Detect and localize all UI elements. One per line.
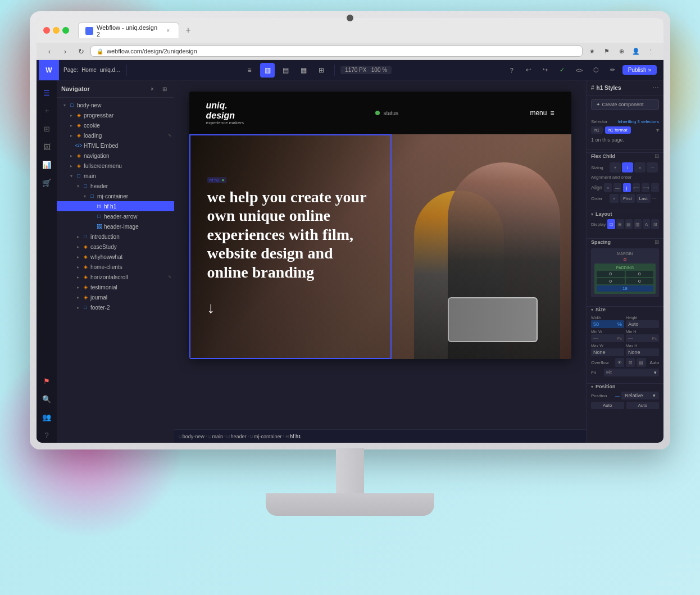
min-w-value[interactable]: — Px	[591, 334, 624, 342]
help-icon[interactable]: ?	[504, 63, 519, 78]
tree-item-loading[interactable]: ▸ ◈ loading ✎	[57, 130, 174, 140]
tool-assets[interactable]: ⊞	[314, 63, 329, 78]
display-btn-more[interactable]: ⊡	[651, 219, 659, 229]
sizing-btn-grow[interactable]: +	[610, 162, 621, 172]
position-collapse-icon[interactable]: ▾	[591, 384, 593, 389]
sidebar-icon-cms[interactable]: 📊	[39, 157, 54, 172]
sidebar-icon-help[interactable]: ?	[39, 427, 54, 443]
breadcrumb-h1[interactable]: hf h1	[290, 434, 301, 439]
browser-tab-active[interactable]: Webflow - uniq.design 2 ×	[78, 22, 179, 38]
profile-icon[interactable]: 👤	[630, 45, 642, 57]
tree-item-horizontalscroll[interactable]: ▸ ◈ horizontalscroll ✎	[57, 272, 174, 282]
minimize-button[interactable]	[53, 27, 60, 34]
tree-item-cookie[interactable]: ▸ ◈ cookie	[57, 120, 174, 130]
tree-toggle[interactable]: ▸	[75, 243, 81, 250]
tree-toggle[interactable]: ▸	[68, 112, 75, 119]
tree-item-introduction[interactable]: ▸ □ introduction	[57, 231, 174, 242]
order-last-btn[interactable]: Last	[637, 194, 651, 203]
overflow-visible-btn[interactable]: 👁	[615, 358, 624, 367]
tree-item-progressbar[interactable]: ▸ ◈ progressbar	[57, 110, 174, 120]
flex-child-collapse-icon[interactable]: ⊟	[654, 153, 659, 159]
tree-toggle[interactable]: ▸	[75, 274, 81, 280]
tool-elements[interactable]: ▥	[260, 63, 275, 78]
tree-toggle[interactable]: ▾	[75, 183, 81, 189]
webflow-logo[interactable]: W	[39, 60, 59, 80]
address-bar[interactable]: 🔒 webflow.com/design/2uniqdesign	[90, 46, 583, 57]
min-h-value[interactable]: — Px	[626, 334, 659, 342]
flag-icon[interactable]: ⚑	[601, 45, 613, 57]
refresh-button[interactable]: ↻	[75, 45, 87, 57]
tree-toggle[interactable]: ▾	[61, 102, 68, 108]
new-tab-button[interactable]: +	[181, 24, 195, 37]
layout-collapse-icon[interactable]: ▾	[591, 212, 593, 217]
close-button[interactable]	[43, 27, 50, 34]
tree-item-casestudy[interactable]: ▸ ◈ caseStudy	[57, 242, 174, 252]
max-h-value[interactable]: None	[626, 348, 659, 356]
sidebar-icon-users[interactable]: 👥	[39, 409, 54, 425]
display-btn-none[interactable]: A	[643, 219, 651, 229]
page-name[interactable]: Home	[81, 67, 97, 73]
display-btn-inline[interactable]: ▥	[634, 219, 642, 229]
max-w-value[interactable]: None	[591, 348, 624, 356]
extensions-icon[interactable]: ⊕	[615, 45, 628, 57]
tool-add[interactable]: ▤	[278, 63, 293, 78]
tree-toggle[interactable]: ▸	[75, 233, 81, 240]
tree-item-navigation[interactable]: ▸ ◈ navigation	[57, 151, 174, 161]
tree-item-testimonial[interactable]: ▸ ◈ testimonial	[57, 282, 174, 292]
fit-value[interactable]: Fit ▾	[604, 369, 659, 376]
spacing-expand-icon[interactable]: ⊞	[654, 239, 659, 245]
code-icon[interactable]: <>	[572, 63, 587, 78]
tree-item-mj-container[interactable]: ▾ □ mj-container	[57, 191, 174, 201]
display-btn-grid[interactable]: ▤	[625, 219, 633, 229]
tree-item-html-embed[interactable]: ▸ </> HTML Embed	[57, 140, 174, 151]
tree-item-journal[interactable]: ▸ ◈ journal	[57, 292, 174, 302]
styles-more-icon[interactable]: ⋯	[652, 84, 659, 92]
styles-tab-name[interactable]: h1 Styles	[597, 85, 621, 91]
position-value[interactable]: Relative ▾	[621, 392, 659, 399]
tab-close-icon[interactable]: ×	[164, 27, 172, 35]
align-btn-stretch[interactable]: ⟶	[642, 183, 649, 192]
tree-item-whyhowwhat[interactable]: ▸ ◈ whyhowwhat	[57, 252, 174, 262]
height-value[interactable]: Auto	[626, 320, 659, 328]
padding-val-top[interactable]: 0	[597, 271, 625, 277]
align-btn-center[interactable]: |	[623, 183, 631, 192]
padding-val-left[interactable]: 0	[626, 278, 654, 284]
order-more-icon[interactable]: ···	[652, 196, 657, 202]
back-button[interactable]: ‹	[43, 45, 56, 57]
selector-tag-h1format[interactable]: h1 format	[605, 126, 631, 134]
undo-icon[interactable]: ↩	[521, 63, 536, 78]
padding-val-right[interactable]: 0	[626, 271, 654, 277]
tree-toggle[interactable]: ▸	[68, 122, 75, 129]
tree-item-hf-h1[interactable]: ▸ H hf h1	[57, 201, 174, 211]
tree-item-footer-2[interactable]: ▸ □ footer-2	[57, 302, 174, 312]
tree-toggle[interactable]: ▸	[68, 152, 75, 159]
tree-toggle[interactable]: ▸	[68, 162, 75, 169]
size-collapse-icon[interactable]: ▾	[591, 307, 593, 312]
padding-val-highlight[interactable]: 18	[597, 285, 653, 292]
forward-button[interactable]: ›	[59, 45, 71, 57]
edit-icon[interactable]: ✏	[606, 63, 620, 78]
sizing-btn-shrink[interactable]: ↕	[622, 162, 633, 172]
create-component-button[interactable]: ✦ Create component	[591, 99, 659, 110]
order-close-btn[interactable]: ×	[610, 194, 619, 203]
check-icon[interactable]: ✓	[555, 63, 570, 78]
sidebar-icon-components[interactable]: ⊞	[39, 121, 54, 137]
selector-dropdown-icon[interactable]: ▾	[656, 127, 659, 133]
position-auto-right[interactable]: Auto	[626, 402, 660, 409]
display-btn-flex[interactable]: ⊞	[616, 219, 624, 229]
sidebar-icon-add[interactable]: ＋	[39, 103, 54, 119]
tree-toggle[interactable]: ▸	[75, 253, 81, 260]
align-btn-start[interactable]: —	[613, 183, 621, 192]
tree-edit-icon[interactable]: ✎	[168, 275, 172, 280]
more-options-icon[interactable]: ⋮	[644, 45, 657, 57]
align-btn-more[interactable]: ···	[651, 183, 659, 192]
padding-val-bottom[interactable]: 0	[597, 278, 625, 284]
maximize-button[interactable]	[62, 27, 69, 34]
navigator-close-icon[interactable]: ×	[147, 84, 157, 94]
publish-button[interactable]: Publish »	[622, 65, 657, 75]
breadcrumb-body[interactable]: body-new	[183, 434, 204, 439]
order-first-btn[interactable]: First	[620, 194, 635, 203]
bookmark-icon[interactable]: ★	[586, 45, 598, 57]
sidebar-icon-navigator[interactable]: ☰	[39, 85, 54, 101]
width-value[interactable]: 50 %	[591, 320, 624, 328]
